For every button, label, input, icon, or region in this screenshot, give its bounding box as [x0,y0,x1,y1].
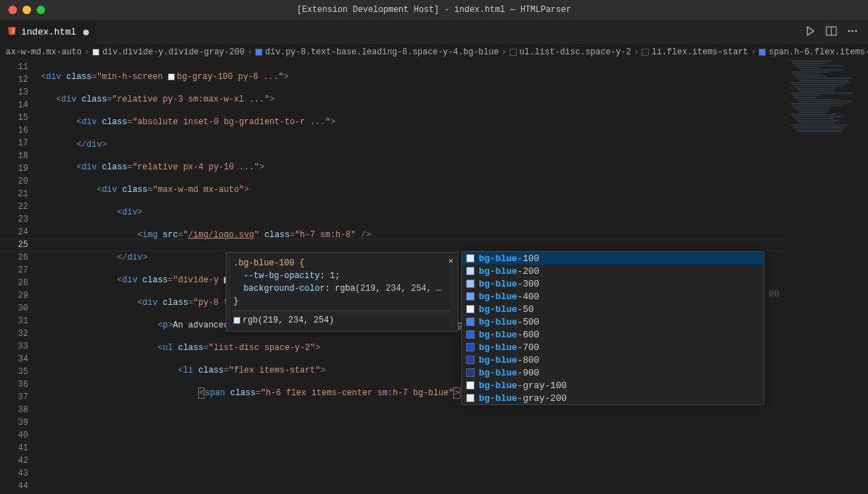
line-number: 32 [0,327,28,340]
line-number: 13 [0,86,28,99]
autocomplete-item[interactable]: bg-blue-200 [462,265,764,277]
split-editor-icon[interactable] [826,25,837,40]
line-number: 22 [0,200,28,213]
line-number: 18 [0,150,28,162]
svg-point-4 [855,30,857,32]
autocomplete-item[interactable]: bg-blue-700 [462,341,764,354]
titlebar: [Extension Development Host] - index.htm… [0,0,868,20]
editor[interactable]: 1112131415161718192021222324252627282930… [0,60,868,494]
color-swatch-icon [642,49,649,56]
autocomplete-label: bg-blue-400 [479,291,539,302]
breadcrumb-item[interactable]: div.divide-y.divide-gray-200 [92,47,245,57]
chevron-right-icon: › [634,47,639,57]
tabbar: index.html [0,20,868,44]
line-number: 17 [0,137,28,150]
autocomplete-label: bg-blue-100 [479,253,539,264]
line-number: 11 [0,61,28,73]
hover-rgb-value: rgb(219, 234, 254) [243,315,334,325]
color-swatch-icon [466,292,475,301]
autocomplete-label: bg-blue-gray-100 [479,380,567,391]
autocomplete-item[interactable]: bg-blue-900 [462,366,764,379]
breadcrumb-item[interactable]: ax-w-md.mx-auto [6,47,82,57]
autocomplete-item[interactable]: bg-blue-300 [462,277,764,290]
breadcrumb-item[interactable]: div.py-8.text-base.leading-6.space-y-4.b… [255,47,499,57]
color-swatch-icon [466,381,475,390]
color-swatch-icon [466,279,475,288]
hover-tooltip: × .bg-blue-100 { --tw-bg-opacity: 1; bac… [226,252,458,332]
line-number: 12 [0,73,28,86]
autocomplete-label: bg-blue-900 [479,368,539,378]
color-swatch-icon [466,305,475,313]
line-number: 20 [0,175,28,188]
color-swatch-icon [759,49,766,56]
breadcrumb-item[interactable]: ul.list-disc.space-y-2 [510,47,631,57]
close-window-button[interactable] [8,6,17,14]
line-number: 28 [0,277,28,289]
line-number: 41 [0,442,28,454]
line-number: 38 [0,404,28,416]
color-swatch-icon [466,254,475,263]
autocomplete-item[interactable]: bg-blue-gray-200 [462,392,764,404]
line-number: 40 [0,429,28,442]
autocomplete-item[interactable]: bg-blue-100 [462,252,764,265]
autocomplete-popup[interactable]: bg-blue-100bg-blue-200bg-blue-300bg-blue… [461,251,764,405]
autocomplete-label: bg-blue-600 [479,330,539,340]
dirty-indicator-icon [83,30,89,35]
color-swatch-icon [466,267,475,275]
autocomplete-label: bg-blue-300 [479,279,539,289]
color-swatch-icon [466,330,475,339]
autocomplete-label: bg-blue-50 [479,304,534,315]
color-swatch-icon [466,343,475,351]
color-swatch-icon [466,356,475,364]
autocomplete-item[interactable]: bg-blue-50 [462,303,764,315]
autocomplete-item[interactable]: bg-blue-600 [462,328,764,341]
color-swatch-icon [510,49,517,56]
tab-filename: index.html [21,27,76,37]
autocomplete-item[interactable]: bg-blue-400 [462,290,764,303]
line-number: 30 [0,302,28,315]
breadcrumb-item[interactable]: li.flex.items-start [642,47,748,57]
line-number: 23 [0,213,28,226]
line-number: 36 [0,378,28,391]
line-number-gutter: 1112131415161718192021222324252627282930… [0,60,41,494]
color-swatch-icon [466,394,475,402]
line-number: 43 [0,467,28,480]
color-swatch-icon [466,368,475,377]
line-number: 15 [0,112,28,124]
line-number: 27 [0,264,28,277]
run-icon[interactable] [805,25,816,40]
hover-close-brace: } [233,295,451,308]
line-number: 29 [0,289,28,302]
svg-point-3 [852,30,854,32]
breadcrumb[interactable]: ax-w-md.mx-auto › div.divide-y.divide-gr… [0,44,868,60]
window-controls [0,6,45,14]
window-title: [Extension Development Host] - index.htm… [0,5,868,15]
maximize-window-button[interactable] [37,6,45,14]
editor-tab[interactable]: index.html [0,20,97,44]
color-swatch-icon [466,318,475,326]
close-icon[interactable]: × [448,255,453,268]
minimize-window-button[interactable] [23,6,31,14]
color-swatch-icon [255,49,262,56]
autocomplete-item[interactable]: bg-blue-gray-100 [462,379,764,392]
more-actions-icon[interactable] [847,25,858,40]
line-number: 14 [0,99,28,112]
line-number: 31 [0,315,28,327]
autocomplete-item[interactable]: bg-blue-500 [462,315,764,328]
line-number: 34 [0,353,28,366]
hover-selector: .bg-blue-100 { [233,258,305,268]
autocomplete-item[interactable]: bg-blue-800 [462,354,764,366]
line-number: 21 [0,188,28,200]
chevron-right-icon: › [85,47,90,57]
ghost-hint: 00 [769,289,779,299]
line-number: 42 [0,454,28,467]
line-number: 24 [0,226,28,239]
chevron-right-icon: › [751,47,756,57]
minimap[interactable] [783,60,868,494]
breadcrumb-item[interactable]: span.h-6.flex.items-center.sm:h-7.bg-blu [759,47,868,57]
line-number: 33 [0,340,28,353]
autocomplete-label: bg-blue-gray-200 [479,393,567,404]
autocomplete-label: bg-blue-700 [479,342,539,353]
chevron-right-icon: › [247,47,252,57]
editor-actions [805,20,868,44]
